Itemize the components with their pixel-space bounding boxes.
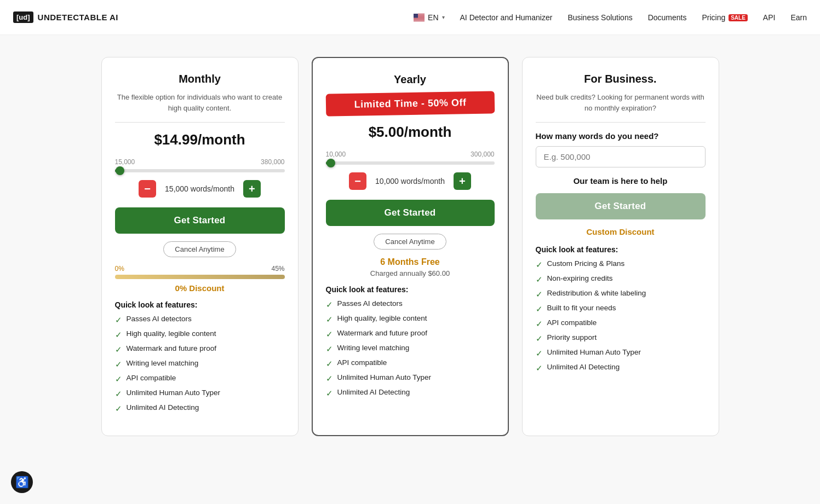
feature-label: API compatible [337,358,387,367]
feature-label: Unlimited AI Detecting [127,403,199,412]
monthly-features-list: ✓ Passes AI detectors ✓ High quality, le… [115,315,285,414]
list-item: ✓ Unlimited Human Auto Typer [326,373,495,384]
check-icon: ✓ [326,389,333,398]
check-icon: ✓ [115,404,122,414]
pricing-link[interactable]: Pricing SALE [702,13,747,22]
svg-rect-13 [414,14,418,18]
svg-rect-7 [414,18,425,18]
business-words-input[interactable] [536,146,706,167]
check-icon: ✓ [536,319,543,329]
monthly-slider-track[interactable] [115,169,285,172]
business-solutions-link[interactable]: Business Solutions [567,13,632,22]
monthly-discount-0: 0% [115,265,124,273]
business-features-title: Quick look at features: [536,245,706,254]
list-item: ✓ Unlimited Human Auto Typer [115,389,285,399]
check-icon: ✓ [115,374,122,384]
check-icon: ✓ [115,389,122,399]
monthly-slider-range: 15,000 380,000 [115,158,285,166]
sale-badge: SALE [729,14,748,21]
monthly-plus-button[interactable]: + [243,180,261,198]
list-item: ✓ Unlimited Human Auto Typer [536,348,706,358]
yearly-features-list: ✓ Passes AI detectors ✓ High quality, le… [326,299,495,398]
business-get-started-button[interactable]: Get Started [536,193,706,219]
lang-selector[interactable]: EN ▾ [414,13,444,22]
feature-label: Watermark and future proof [337,329,428,337]
monthly-cancel-label: Cancel Anytime [163,241,236,257]
svg-rect-10 [414,19,425,20]
yearly-plus-button[interactable]: + [454,172,471,190]
monthly-card: Monthly The flexible option for individu… [101,57,299,436]
yearly-word-controls: − 10,000 words/month + [326,172,495,190]
list-item: ✓ High quality, legible content [326,314,495,325]
monthly-discount-label: 0% Discount [115,283,285,293]
business-subtitle: Need bulk credits? Looking for permanent… [536,92,706,113]
list-item: ✓ Passes AI detectors [115,315,285,325]
check-icon: ✓ [536,334,543,344]
business-card: For Business. Need bulk credits? Looking… [522,57,719,436]
list-item: ✓ High quality, legible content [115,329,285,340]
list-item: ✓ Unlimited AI Detecting [326,388,495,398]
monthly-discount-range: 0% 45% [115,265,285,273]
feature-label: API compatible [547,318,597,327]
feature-label: Redistribution & white labeling [547,289,646,297]
business-custom-discount-link[interactable]: Custom Discount [536,227,706,236]
api-link[interactable]: API [763,13,776,22]
yearly-minus-button[interactable]: − [349,172,366,190]
list-item: ✓ Built to fit your needs [536,304,706,314]
check-icon: ✓ [326,344,333,354]
yearly-slider-track[interactable] [326,161,495,165]
lang-label: EN [428,13,438,22]
list-item: ✓ Non-expiring credits [536,274,706,285]
list-item: ✓ Passes AI detectors [326,299,495,310]
yearly-cancel-label: Cancel Anytime [374,234,446,250]
check-icon: ✓ [536,363,543,373]
feature-label: Non-expiring credits [547,274,613,282]
pricing-section: Monthly The flexible option for individu… [0,35,820,458]
us-flag-icon [414,14,425,21]
monthly-price: $14.99/month [115,131,285,148]
svg-rect-11 [414,20,425,20]
list-item: ✓ Unlimited AI Detecting [536,363,706,373]
navbar: [ud] UNDETECTABLE AI EN ▾ [0,0,820,35]
monthly-minus-button[interactable]: − [139,180,156,198]
list-item: ✓ Priority support [536,333,706,344]
yearly-sale-banner: Limited Time - 50% Off [325,91,495,116]
monthly-slider-thumb [116,166,124,175]
feature-label: Unlimited AI Detecting [547,363,620,371]
logo-badge[interactable]: [ud] [13,11,33,23]
check-icon: ✓ [536,275,543,285]
check-icon: ✓ [115,315,122,325]
feature-label: Unlimited Human Auto Typer [547,348,641,356]
feature-label: Writing level matching [127,359,199,367]
svg-rect-9 [414,19,425,19]
monthly-subtitle: The flexible option for individuals who … [115,92,285,113]
yearly-slider-thumb [326,159,335,167]
feature-label: Watermark and future proof [127,344,217,352]
logo-text: UNDETECTABLE AI [38,13,119,22]
feature-label: Unlimited Human Auto Typer [337,373,432,381]
list-item: ✓ API compatible [115,374,285,384]
list-item: ✓ API compatible [326,358,495,369]
yearly-slider-range: 10,000 300,000 [326,150,495,158]
monthly-discount-45: 45% [271,265,284,273]
earn-link[interactable]: Earn [790,13,807,22]
check-icon: ✓ [326,359,333,369]
yearly-range-max: 300,000 [471,150,494,158]
check-icon: ✓ [326,329,333,339]
monthly-discount-track [115,275,285,279]
monthly-get-started-button[interactable]: Get Started [115,207,285,234]
feature-label: High quality, legible content [127,329,216,338]
accessibility-button[interactable]: ♿ [11,471,33,493]
list-item: ✓ Custom Pricing & Plans [536,259,706,270]
yearly-word-count: 10,000 words/month [375,177,445,186]
yearly-get-started-button[interactable]: Get Started [326,200,495,226]
check-icon: ✓ [536,304,543,314]
monthly-range-min: 15,000 [115,158,135,166]
business-divider [536,122,706,123]
ai-detector-link[interactable]: AI Detector and Humanizer [460,13,553,22]
documents-link[interactable]: Documents [648,13,687,22]
svg-rect-8 [414,18,425,19]
yearly-price: $5.00/month [326,124,495,141]
yearly-range-min: 10,000 [326,150,346,158]
feature-label: Unlimited AI Detecting [337,388,410,396]
